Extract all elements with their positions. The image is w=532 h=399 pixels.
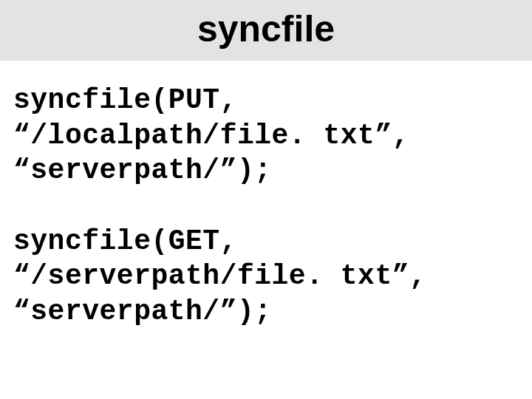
content-area: syncfile(PUT, “/localpath/file. txt”, “s…	[0, 61, 532, 329]
code-line: syncfile(PUT,	[13, 83, 519, 118]
code-line: “/serverpath/file. txt”,	[13, 259, 519, 294]
code-line: “serverpath/”);	[13, 294, 519, 330]
code-line: syncfile(GET,	[13, 224, 519, 259]
code-line: “/localpath/file. txt”,	[13, 118, 519, 154]
code-example-put: syncfile(PUT, “/localpath/file. txt”, “s…	[13, 83, 519, 188]
code-line: “serverpath/”);	[13, 153, 519, 188]
code-example-get: syncfile(GET, “/serverpath/file. txt”, “…	[13, 224, 519, 330]
title-bar: syncfile	[0, 0, 532, 61]
slide-title: syncfile	[197, 8, 335, 50]
